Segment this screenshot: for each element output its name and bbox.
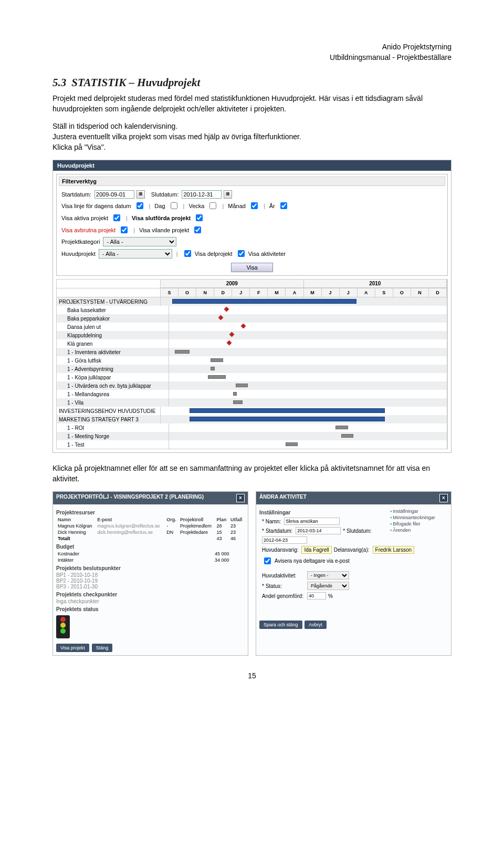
gantt-row-label[interactable]: 1 - Test [57,440,169,449]
gantt-bar [211,358,223,362]
year-checkbox[interactable] [280,202,287,209]
gantt-month: S [161,288,178,297]
day-checkbox[interactable] [171,202,177,209]
gantt-month: J [322,288,340,297]
status-heading: Projektets status [56,606,245,612]
close-button[interactable]: Stäng [92,644,113,652]
mainproject-select[interactable]: - Alla - [99,249,172,259]
category-select[interactable]: - Alla - [103,237,176,246]
gantt-row-track [169,423,447,432]
gantt-month: A [286,288,303,297]
side-link[interactable]: ▪Minnesanteckningar [390,515,448,520]
gantt-milestone-icon [224,307,229,312]
gantt-bar [190,417,385,421]
today-line-checkbox[interactable] [136,202,143,209]
gantt-row-label[interactable]: 1 - Utvärdera och ev. byta julklappar [57,381,169,390]
gantt-row-label[interactable]: Baka pepparkakor [57,314,169,323]
gantt-milestone-icon [229,332,235,337]
budget-heading: Budget [56,544,245,550]
subproject-checkbox[interactable] [184,250,191,257]
table-cell: 28 [215,523,229,529]
table-header: Org. [165,516,178,523]
edit-activity-card: ÄNDRA AKTIVITET × ▪Inställningar▪Minnesa… [256,491,452,656]
table-cell: magnus.kolgran@reflectus.se [96,523,165,529]
gantt-row-track [169,348,447,356]
gantt-row-label[interactable]: 1 - Göra lutfisk [57,356,169,365]
side-link[interactable]: ▪Bifogade filer [390,521,448,526]
gantt-row-track [169,339,447,348]
percent-input[interactable] [307,592,326,600]
gantt-month: D [214,288,232,297]
status-select[interactable]: Pågående [307,582,349,590]
resting-label: Visa vilande projekt [139,227,189,233]
side-link[interactable]: ▪Inställningar [390,509,448,514]
calendar-icon[interactable]: ▦ [136,190,145,199]
notify-checkbox[interactable] [264,557,271,564]
side-links: ▪Inställningar▪Minnesanteckningar▪Bifoga… [390,508,448,534]
table-cell: 23 [229,529,245,535]
gantt-month: N [411,288,429,297]
header-line2: Utbildningsmanual - Projektbeställare [52,53,452,63]
cancel-button[interactable]: Avbryt [304,621,326,629]
gantt-row-label[interactable]: 1 - ROI [57,423,169,432]
gantt-row-label[interactable]: 1 - Inventera aktiviteter [57,348,169,356]
start-input[interactable] [296,527,341,534]
gantt-bar [208,375,226,379]
year-label: År [269,203,275,209]
save-close-button[interactable]: Spara och stäng [259,621,302,629]
start-date-input[interactable] [94,190,134,199]
gantt-month: N [196,288,214,297]
table-cell: Magnus Kölgran [56,523,96,529]
income-label: Intäkter [56,557,165,563]
gantt-row-track [169,398,447,407]
gantt-row-label[interactable]: 1 - Adventspyntning [57,365,169,373]
gantt-row-label[interactable]: 1 - Vila [57,398,169,407]
traffic-light-icon [56,615,70,638]
gantt-row-label[interactable]: Dansa julen ut [57,323,169,331]
decision-list: BP1 - 2010-10-18BP2 - 2010-10-19BP3 - 20… [56,572,245,590]
end-input[interactable] [262,536,307,544]
gantt-row-label[interactable]: Baka lussekatter [57,306,169,314]
gantt-bar [335,426,348,429]
gantt-row-label[interactable]: 1 - Köpa julklappar [57,373,169,381]
main-activity-label: Huvudaktivitet: [262,573,304,578]
gantt-row-label[interactable]: 1 - Meeting Norge [57,432,169,440]
week-checkbox[interactable] [209,202,216,209]
show-project-button[interactable]: Visa projekt [56,644,89,652]
filter-heading: Filterverktyg [59,177,445,186]
end-date-input[interactable] [182,190,222,199]
gantt-row-label[interactable]: Klapputdelning [57,331,169,339]
active-checkbox[interactable] [113,214,120,221]
gantt-row-label[interactable]: INVESTERINGSBEHOV HUVUDSTUDIE [57,407,161,415]
aborted-checkbox[interactable] [121,226,128,233]
mainproject-label: Huvudprojekt [61,251,96,257]
close-icon[interactable]: × [439,494,448,502]
main-activity-select[interactable]: - Ingen - [307,571,349,580]
gantt-row-track [169,390,447,398]
name-input[interactable] [284,518,340,525]
activities-checkbox[interactable] [238,250,245,257]
decision-item: BP1 - 2010-10-18 [56,572,245,578]
gantt-row-label[interactable]: 1 - Mellandagsrea [57,390,169,398]
side-link[interactable]: ▪Ärenden [390,528,448,533]
close-icon[interactable]: × [236,494,245,502]
calendar-icon[interactable]: ▦ [224,190,232,199]
finished-checkbox[interactable] [196,214,203,221]
gantt-bar [233,392,237,396]
paragraph-4: Klicka på "Visa". [52,142,452,153]
gantt-row-label[interactable]: Klä granen [57,339,169,348]
show-button[interactable]: Visa [231,263,272,272]
table-header: Projektroll [178,516,215,523]
table-cell: Projektledare [178,529,215,535]
resting-checkbox[interactable] [194,226,201,233]
responsible-label: Huvudansvarig: [262,547,298,553]
check-heading: Projektets checkpunkter [56,592,245,597]
card-title: PROJEKTPORTFÖLJ - VISNINGSPROJEKT 2 (PLA… [56,494,204,502]
finished-label: Visa slutförda projekt [132,215,191,221]
co-value[interactable]: Fredrik Larsson [373,546,414,554]
gantt-row-label[interactable]: MARKETING STRATEGY PART 3 [57,415,161,423]
gantt-row-label[interactable]: PROJEKTSYSTEM - UTVÄRDERING [57,297,161,306]
table-header: Namn [56,516,96,523]
responsible-value[interactable]: Ida Fagrell [301,546,331,554]
month-checkbox[interactable] [251,202,258,209]
